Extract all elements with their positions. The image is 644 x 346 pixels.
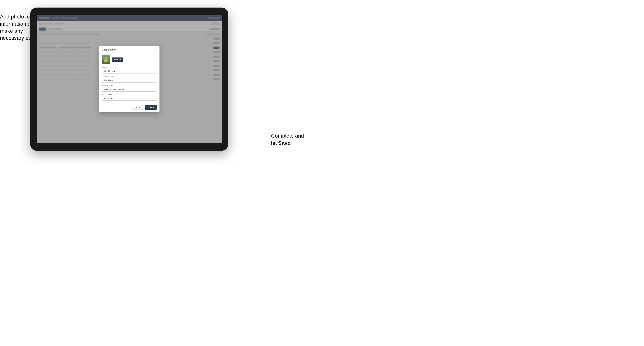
svg-rect-7 [104, 59, 108, 62]
cancel-button[interactable]: Cancel [132, 105, 143, 110]
annotation-right-line1: Complete and [271, 133, 304, 139]
modal-title: User details [102, 48, 116, 51]
annotation-right-end: . [290, 140, 292, 146]
email-input[interactable] [102, 87, 157, 92]
modal-close-button[interactable]: × [155, 48, 157, 51]
modal-overlay: User details × [37, 15, 222, 143]
save-icon: ⬆ [147, 107, 149, 109]
chevron-down-icon: ▾ [155, 97, 156, 99]
display-name-input[interactable] [102, 78, 157, 83]
modal-footer: Cancel ⬆ Save [99, 105, 160, 112]
school-year-select-wrapper: × ▾ [102, 96, 157, 101]
annotation-right-line2: hit [271, 140, 278, 146]
school-year-label: School Year [102, 93, 157, 96]
name-field-group: Name [102, 66, 157, 73]
email-label: Email address [102, 84, 157, 86]
school-year-field-group: School Year × ▾ [102, 93, 157, 101]
name-label: Name [102, 66, 157, 68]
save-button-label: Save [150, 106, 154, 109]
save-button[interactable]: ⬆ Save [144, 105, 157, 110]
select-clear-icon[interactable]: × [152, 97, 154, 100]
user-details-modal: User details × [99, 46, 160, 112]
avatar [102, 55, 110, 64]
modal-body: Upload Name Display name Email addre [99, 53, 160, 105]
annotation-right: Complete and hit Save. [271, 132, 320, 147]
display-name-field-group: Display name [102, 75, 157, 83]
school-year-input[interactable] [102, 96, 157, 101]
upload-photo-button[interactable]: Upload [112, 57, 123, 62]
modal-header: User details × [99, 46, 160, 53]
tablet-screen: / [37, 15, 222, 143]
photo-section: Upload [102, 55, 157, 64]
email-field-group: Email address [102, 84, 157, 92]
annotation-right-bold: Save [278, 140, 290, 146]
name-input[interactable] [102, 69, 157, 73]
display-name-label: Display name [102, 75, 157, 77]
tablet-frame: / [30, 7, 228, 151]
svg-point-6 [104, 57, 107, 59]
